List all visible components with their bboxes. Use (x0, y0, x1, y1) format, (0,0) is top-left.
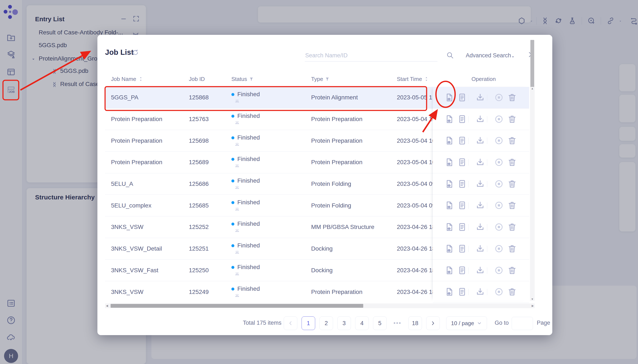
log-icon[interactable] (457, 200, 467, 210)
download-icon[interactable] (475, 179, 485, 189)
download-icon[interactable] (475, 222, 485, 232)
delete-icon[interactable] (507, 287, 517, 297)
job-status: Finished (231, 134, 260, 148)
job-name: 5ELU_A (111, 180, 133, 187)
stop-icon (494, 244, 504, 254)
view-result-icon[interactable] (445, 179, 454, 189)
divider (487, 159, 487, 166)
view-result-icon[interactable] (445, 266, 454, 275)
page-size-select[interactable]: 10 / page (446, 316, 487, 330)
caret-down-icon[interactable] (510, 54, 516, 60)
download-icon[interactable] (475, 244, 485, 254)
vertical-scrollbar[interactable]: ▲▼ (530, 87, 535, 301)
delete-icon[interactable] (507, 179, 517, 189)
delete-icon[interactable] (507, 222, 517, 232)
delete-icon[interactable] (507, 92, 517, 102)
log-icon[interactable] (457, 222, 467, 232)
sort-icon[interactable] (138, 76, 144, 82)
job-id: 125251 (189, 245, 209, 252)
log-icon[interactable] (457, 114, 467, 124)
scroll-up-arrow[interactable]: ▲ (531, 87, 534, 90)
view-result-icon[interactable] (445, 222, 454, 232)
view-result-icon[interactable] (445, 92, 454, 102)
column-status[interactable]: Status (231, 76, 254, 82)
refresh-icon[interactable] (132, 49, 139, 56)
search-icon[interactable] (446, 52, 454, 59)
notification-icon[interactable] (234, 249, 240, 255)
notification-icon[interactable] (234, 292, 240, 298)
page-button[interactable]: 18 (408, 316, 422, 330)
column-type[interactable]: Type (311, 76, 330, 82)
download-icon[interactable] (475, 287, 485, 297)
view-result-icon[interactable] (445, 136, 454, 146)
notification-icon[interactable] (234, 119, 240, 126)
log-icon[interactable] (457, 266, 467, 275)
log-icon[interactable] (457, 244, 467, 254)
log-icon[interactable] (457, 157, 467, 167)
column-job-id: Job ID (189, 76, 205, 82)
status-dot (231, 288, 234, 290)
sort-icon[interactable] (424, 76, 429, 82)
notification-icon[interactable] (234, 162, 240, 169)
download-icon[interactable] (475, 114, 485, 124)
page-button[interactable]: 2 (319, 316, 333, 330)
page-button[interactable]: 4 (355, 316, 369, 330)
column-start-time[interactable]: Start Time (397, 76, 429, 82)
log-icon[interactable] (457, 179, 467, 189)
status-dot (231, 180, 234, 182)
operation-cell (433, 108, 529, 130)
download-icon[interactable] (475, 266, 485, 275)
notification-icon[interactable] (234, 270, 240, 277)
search-input[interactable] (305, 50, 438, 62)
job-id: 125685 (189, 202, 209, 209)
delete-icon[interactable] (507, 200, 517, 210)
delete-icon[interactable] (507, 244, 517, 254)
page-button[interactable]: 1 (302, 316, 315, 330)
download-icon[interactable] (475, 136, 485, 146)
status-dot (231, 136, 234, 139)
download-icon[interactable] (475, 157, 485, 167)
horizontal-scroll-thumb[interactable] (111, 304, 363, 308)
goto-page-input[interactable] (512, 317, 533, 330)
column-operation: Operation (472, 76, 496, 82)
scroll-down-arrow[interactable]: ▼ (531, 298, 534, 301)
delete-icon[interactable] (507, 266, 517, 275)
notification-icon[interactable] (234, 227, 240, 234)
notification-icon[interactable] (234, 141, 240, 148)
operation-cell (433, 281, 529, 303)
filter-icon[interactable] (325, 77, 330, 82)
view-result-icon[interactable] (445, 287, 454, 297)
download-icon[interactable] (475, 92, 485, 102)
log-icon[interactable] (457, 92, 467, 102)
delete-icon[interactable] (507, 157, 517, 167)
status-text: Finished (237, 264, 260, 270)
divider (487, 246, 487, 252)
view-result-icon[interactable] (445, 200, 454, 210)
page-ellipsis[interactable]: ••• (391, 316, 404, 330)
notification-icon[interactable] (234, 184, 240, 190)
filter-icon[interactable] (249, 77, 254, 82)
job-type: Protein Preparation (311, 116, 362, 122)
view-result-icon[interactable] (445, 114, 454, 124)
view-result-icon[interactable] (445, 157, 454, 167)
page-button[interactable]: 5 (373, 316, 387, 330)
log-icon[interactable] (457, 136, 467, 146)
scroll-left-arrow[interactable]: ◀ (106, 304, 108, 307)
job-type: Docking (311, 267, 333, 274)
view-result-icon[interactable] (445, 244, 454, 254)
download-icon[interactable] (475, 200, 485, 210)
page-button[interactable]: 3 (337, 316, 351, 330)
delete-icon[interactable] (507, 136, 517, 146)
advanced-search-button[interactable]: Advanced Search (466, 52, 511, 59)
column-job-name[interactable]: Job Name (111, 76, 144, 82)
next-page-button[interactable] (426, 316, 440, 330)
job-name: 5GGS_PA (111, 94, 138, 101)
notification-icon[interactable] (234, 98, 240, 104)
horizontal-scrollbar[interactable]: ◀ ▶ (105, 304, 535, 308)
scroll-right-arrow[interactable]: ▶ (532, 304, 534, 307)
divider (487, 202, 487, 209)
prev-page-button[interactable] (284, 316, 297, 330)
delete-icon[interactable] (507, 114, 517, 124)
log-icon[interactable] (457, 287, 467, 297)
notification-icon[interactable] (234, 206, 240, 212)
